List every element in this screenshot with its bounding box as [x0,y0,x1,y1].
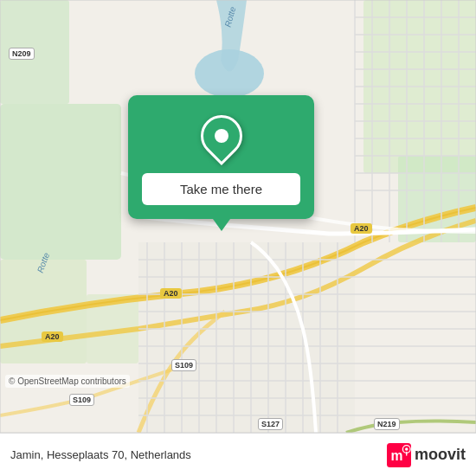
road-badge-a20-2: A20 [160,288,182,299]
map-popup: Take me there [128,95,314,219]
moovit-logo: m moovit [387,443,466,467]
take-me-there-button[interactable]: Take me there [142,173,300,205]
svg-rect-1 [0,104,121,260]
popup-icon-area [191,106,252,166]
moovit-brand-text: moovit [415,446,466,464]
road-badge-s127: S127 [258,418,283,430]
road-badge-n209: N209 [9,48,35,60]
location-pin-inner [215,129,228,143]
map-container: A20 A20 A20 S109 S109 N209 N219 S127 Rot… [0,0,476,433]
svg-point-52 [405,447,408,451]
svg-text:m: m [390,448,402,463]
location-pin-icon [192,106,251,165]
moovit-icon: m [387,443,411,467]
road-badge-s109-2: S109 [69,394,94,406]
road-badge-a20-3: A20 [42,331,63,342]
road-badge-n219: N219 [374,418,400,430]
road-badge-a20-1: A20 [351,223,372,234]
location-text: Jamin, Hesseplaats 70, Netherlands [10,448,387,461]
osm-attribution: © OpenStreetMap contributors [5,375,130,388]
road-badge-s109-1: S109 [171,359,196,371]
svg-rect-7 [138,242,355,433]
bottom-bar: Jamin, Hesseplaats 70, Netherlands m moo… [0,433,476,476]
